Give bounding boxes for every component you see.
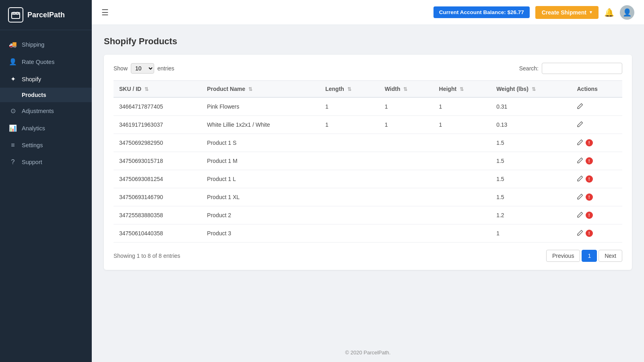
cell-weight-7: 1 bbox=[491, 224, 571, 243]
cell-sku-3: 34750693015718 bbox=[114, 152, 201, 170]
page-1-button[interactable]: 1 bbox=[582, 250, 597, 262]
main-area: ☰ Current Account Balance: $26.77 Create… bbox=[92, 0, 644, 362]
cell-actions-1 bbox=[572, 116, 623, 134]
create-shipment-label: Create Shipment bbox=[542, 9, 586, 16]
edit-icon-1[interactable] bbox=[577, 121, 583, 128]
cell-weight-5: 1.5 bbox=[491, 188, 571, 206]
search-input[interactable] bbox=[542, 63, 622, 74]
cell-actions-4: ! bbox=[572, 170, 623, 188]
cell-name-4: Product 1 L bbox=[201, 170, 320, 188]
edit-icon-0[interactable] bbox=[577, 103, 583, 110]
cell-actions-5: ! bbox=[572, 188, 623, 206]
edit-icon-7[interactable] bbox=[577, 230, 583, 237]
products-table: SKU / ID ⇅ Product Name ⇅ Length ⇅ Wid bbox=[114, 80, 622, 243]
sort-sku-icon[interactable]: ⇅ bbox=[144, 86, 149, 92]
sort-name-icon[interactable]: ⇅ bbox=[248, 86, 252, 92]
col-length: Length ⇅ bbox=[320, 81, 379, 98]
cell-length-7 bbox=[320, 224, 379, 243]
sidebar-item-rate-quotes[interactable]: 👤 Rate Quotes bbox=[0, 53, 92, 70]
cell-actions-3: ! bbox=[572, 152, 623, 170]
previous-button[interactable]: Previous bbox=[546, 250, 580, 262]
page-title: Shopify Products bbox=[104, 36, 632, 47]
cell-weight-4: 1.5 bbox=[491, 170, 571, 188]
hamburger-button[interactable]: ☰ bbox=[101, 8, 109, 17]
col-actions: Actions bbox=[572, 81, 623, 98]
edit-icon-3[interactable] bbox=[577, 157, 583, 165]
sidebar-item-settings[interactable]: ≡ Settings bbox=[0, 137, 92, 154]
dropdown-arrow-icon: ▾ bbox=[590, 10, 592, 15]
products-card: Show 10 25 50 100 entries Search: bbox=[104, 55, 632, 270]
cell-name-3: Product 1 M bbox=[201, 152, 320, 170]
sidebar-item-shipping[interactable]: 🚚 Shipping bbox=[0, 36, 92, 53]
sidebar-item-settings-label: Settings bbox=[22, 142, 43, 148]
table-row: 34750693015718 Product 1 M 1.5 ! bbox=[114, 152, 622, 170]
sidebar-item-analytics-label: Analytics bbox=[22, 125, 45, 132]
warning-icon-2: ! bbox=[586, 139, 593, 146]
col-height-label: Height bbox=[439, 86, 457, 92]
sidebar-item-adjustments-label: Adjustments bbox=[22, 108, 54, 114]
col-width-label: Width bbox=[385, 86, 400, 92]
rate-quotes-icon: 👤 bbox=[9, 58, 17, 66]
entries-select[interactable]: 10 25 50 100 bbox=[131, 63, 154, 74]
cell-height-1: 1 bbox=[433, 116, 491, 134]
cell-sku-5: 34750693146790 bbox=[114, 188, 201, 206]
table-controls: Show 10 25 50 100 entries Search: bbox=[114, 63, 622, 74]
edit-icon-5[interactable] bbox=[577, 193, 583, 201]
sidebar: ParcelPath 🚚 Shipping 👤 Rate Quotes ✦ Sh… bbox=[0, 0, 92, 362]
support-icon: ? bbox=[9, 158, 17, 166]
logo-text: ParcelPath bbox=[27, 11, 65, 19]
col-height: Height ⇅ bbox=[433, 81, 491, 98]
cell-name-2: Product 1 S bbox=[201, 134, 320, 152]
sidebar-item-adjustments[interactable]: ⊙ Adjustments bbox=[0, 102, 92, 119]
warning-icon-7: ! bbox=[586, 230, 593, 237]
sidebar-item-support[interactable]: ? Support bbox=[0, 154, 92, 171]
sort-height-icon[interactable]: ⇅ bbox=[460, 86, 464, 92]
cell-sku-2: 34750692982950 bbox=[114, 134, 201, 152]
table-row: 34750693146790 Product 1 XL 1.5 ! bbox=[114, 188, 622, 206]
warning-icon-3: ! bbox=[586, 157, 593, 165]
account-balance-badge: Current Account Balance: $26.77 bbox=[433, 6, 530, 18]
next-button[interactable]: Next bbox=[599, 250, 622, 262]
col-weight: Weight (lbs) ⇅ bbox=[491, 81, 571, 98]
table-header-row: SKU / ID ⇅ Product Name ⇅ Length ⇅ Wid bbox=[114, 81, 622, 98]
sidebar-subitem-products[interactable]: Products bbox=[0, 88, 92, 102]
cell-width-0: 1 bbox=[379, 97, 433, 116]
logo-icon bbox=[8, 7, 23, 23]
sidebar-nav: 🚚 Shipping 👤 Rate Quotes ✦ Shopify Produ… bbox=[0, 30, 92, 362]
cell-height-0: 1 bbox=[433, 97, 491, 116]
sort-weight-icon[interactable]: ⇅ bbox=[532, 86, 536, 92]
edit-icon-6[interactable] bbox=[577, 212, 583, 219]
footer-text: © 2020 ParcelPath. bbox=[345, 350, 391, 356]
cell-length-4 bbox=[320, 170, 379, 188]
col-name-label: Product Name bbox=[207, 86, 245, 92]
table-body: 34664717877405 Pink Flowers 1 1 1 0.31 3… bbox=[114, 97, 622, 243]
cell-length-3 bbox=[320, 152, 379, 170]
sidebar-item-analytics[interactable]: 📊 Analytics bbox=[0, 119, 92, 137]
topbar-left: ☰ bbox=[101, 8, 109, 17]
col-length-label: Length bbox=[325, 86, 344, 92]
cell-width-2 bbox=[379, 134, 433, 152]
cell-width-5 bbox=[379, 188, 433, 206]
settings-icon: ≡ bbox=[9, 142, 17, 149]
cell-width-4 bbox=[379, 170, 433, 188]
cell-name-1: White Lillie 1x2x1 / White bbox=[201, 116, 320, 134]
notifications-button[interactable]: 🔔 bbox=[604, 8, 614, 17]
create-shipment-button[interactable]: Create Shipment ▾ bbox=[535, 6, 599, 19]
cell-length-1: 1 bbox=[320, 116, 379, 134]
cell-width-1: 1 bbox=[379, 116, 433, 134]
avatar[interactable]: 👤 bbox=[620, 5, 634, 20]
edit-icon-2[interactable] bbox=[577, 139, 583, 146]
cell-sku-1: 34619171963037 bbox=[114, 116, 201, 134]
sort-length-icon[interactable]: ⇅ bbox=[347, 86, 351, 92]
warning-icon-5: ! bbox=[586, 193, 593, 201]
adjustments-icon: ⊙ bbox=[9, 107, 17, 115]
shipping-icon: 🚚 bbox=[9, 41, 17, 48]
svg-point-1 bbox=[13, 12, 15, 14]
cell-weight-0: 0.31 bbox=[491, 97, 571, 116]
sort-width-icon[interactable]: ⇅ bbox=[403, 86, 407, 92]
col-weight-label: Weight (lbs) bbox=[496, 86, 528, 92]
edit-icon-4[interactable] bbox=[577, 175, 583, 183]
topbar: ☰ Current Account Balance: $26.77 Create… bbox=[92, 0, 644, 25]
col-sku-label: SKU / ID bbox=[119, 86, 141, 92]
sidebar-item-shopify[interactable]: ✦ Shopify bbox=[0, 70, 92, 88]
